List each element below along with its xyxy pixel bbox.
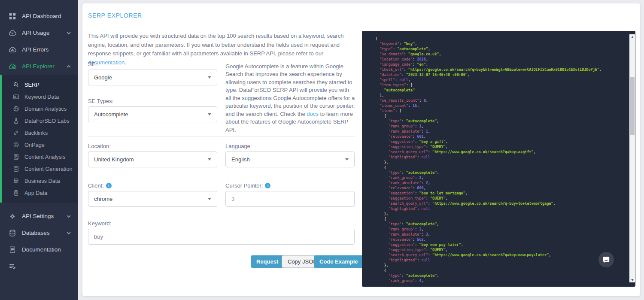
main-card: SERP EXPLORER This API will provide you … [82, 3, 640, 296]
code-line: { [375, 36, 626, 41]
sidebar-subitem-keyword-data[interactable]: Keyword Data [2, 91, 78, 103]
code-line: { [375, 113, 626, 118]
se-label: SE: [88, 61, 97, 67]
se-types-select[interactable]: Autocomplete [88, 106, 217, 122]
sidebar-item-api-errors[interactable]: API Errors [0, 41, 78, 58]
language-label: Language: [225, 143, 252, 149]
page-title: SERP EXPLORER [88, 12, 142, 19]
code-scrollbar-thumb[interactable] [630, 77, 635, 135]
sidebar-item-label: API Dashboard [22, 13, 61, 19]
domain-analytics-icon [13, 106, 19, 112]
language-select[interactable]: English [225, 152, 355, 167]
cloud-error-icon [9, 46, 16, 54]
sidebar-top-nav: API DashboardAPI UsageAPI ErrorsAPI Expl… [0, 0, 78, 75]
code-line: "search_query_url": "https://www.google.… [375, 149, 626, 155]
sidebar-item-documentation[interactable]: Documentation [0, 241, 78, 258]
sidebar-subitem-domain-analytics[interactable]: Domain Analytics [2, 103, 78, 115]
code-line: "relevance": 562, [375, 237, 626, 242]
code-line: "type": "autocomplete", [375, 273, 626, 278]
sidebar-item-label: API Usage [22, 30, 50, 36]
code-line: "highlighted": null [375, 206, 626, 211]
language-select-value: English [231, 156, 250, 163]
code-line: "items_count": 15, [375, 103, 626, 108]
sidebar-item-label: DataForSEO Labs [24, 118, 70, 124]
sidebar-subitem-serp[interactable]: SERP [2, 79, 78, 91]
sidebar-subitem-business-data[interactable]: Business Data [2, 175, 78, 187]
code-line: "type": "autocomplete", [375, 118, 626, 124]
cloud-search-icon [9, 63, 16, 70]
chevron-down-icon [345, 158, 349, 161]
api-description-text: This API will provide you with structure… [88, 33, 343, 57]
code-scrollbar[interactable] [629, 34, 635, 282]
code-line: "rank_group": 2, [375, 175, 626, 180]
sidebar-item-api-settings[interactable]: API Settings [0, 208, 78, 224]
sidebar-collapse-button[interactable] [0, 258, 78, 275]
code-line: "highlighted": null [375, 258, 626, 263]
sidebar-item-databases[interactable]: Databases [0, 224, 78, 241]
docs-link[interactable]: docs [307, 111, 318, 117]
chevron-down-icon [67, 215, 71, 218]
code-line: "rank_absolute": 1, [375, 129, 626, 134]
code-line: { [375, 216, 626, 221]
location-select[interactable]: United Kingdom [88, 152, 217, 167]
sidebar-item-api-dashboard[interactable]: API Dashboard [0, 8, 78, 24]
response-panel: { "keyword": "buy", "type": "autocomplet… [362, 31, 635, 287]
menu-collapse-icon [9, 263, 16, 270]
client-select[interactable]: chrome [88, 191, 217, 207]
settings-icon [9, 212, 16, 220]
keyword-input[interactable] [88, 229, 355, 245]
code-line: { [375, 165, 626, 170]
api-description-tail: . [125, 59, 126, 66]
se-select[interactable]: Google [88, 70, 217, 85]
code-line: "type": "autocomplete", [375, 46, 626, 52]
sidebar-item-api-explorer[interactable]: API Explorer [0, 58, 78, 75]
code-line: { [375, 268, 626, 273]
client-label: Client: [88, 182, 112, 189]
business-data-icon [13, 178, 19, 184]
app-data-icon [13, 190, 19, 196]
sidebar-subitem-onpage[interactable]: OnPage [2, 139, 78, 151]
request-button[interactable]: Request [251, 255, 284, 268]
code-line: "check_url": "https://google.co.uk/searc… [375, 67, 626, 72]
cursor-pointer-input[interactable] [225, 191, 355, 207]
sidebar-bottom-nav: API SettingsDatabasesDocumentation [0, 208, 78, 258]
code-line: "type": "autocomplete", [375, 170, 626, 175]
code-line: "rank_absolute": 2, [375, 180, 626, 185]
code-content: { "keyword": "buy", "type": "autocomplet… [375, 36, 626, 284]
sidebar-item-api-usage[interactable]: API Usage [0, 24, 78, 41]
code-example-button[interactable]: Code Example [314, 255, 364, 268]
form-divider [88, 136, 355, 137]
location-select-value: United Kingdom [94, 156, 134, 163]
info-icon[interactable] [265, 183, 270, 188]
documentation-icon [9, 246, 16, 254]
code-line: "relevance": 601, [375, 134, 626, 139]
code-line: "datetime": "2023-12-07 15:40:48 +00:00"… [375, 72, 626, 77]
chevron-down-icon [208, 198, 211, 200]
code-line: "rank_group": 1, [375, 124, 626, 129]
sidebar-subitem-content-generation[interactable]: Content Generation [2, 163, 78, 175]
autocomplete-info-text: Google Autocomplete is a feature within … [225, 63, 355, 117]
api-description: This API will provide you with structure… [88, 32, 360, 67]
backlinks-icon [13, 130, 19, 136]
scroll-up-arrow[interactable] [629, 34, 635, 39]
chevron-down-icon [208, 76, 211, 79]
code-line: "rank_absolute": 3, [375, 232, 626, 237]
code-line: "suggestion_type": "QUERY", [375, 247, 626, 252]
code-line: ], [375, 93, 626, 98]
scroll-down-arrow[interactable] [629, 277, 635, 282]
app: API DashboardAPI UsageAPI ErrorsAPI Expl… [0, 0, 644, 300]
sidebar-subitem-content-analysis[interactable]: Content Analysis [2, 151, 78, 163]
sidebar-subitem-backlinks[interactable]: Backlinks [2, 127, 78, 139]
sidebar-item-label: SERP [24, 82, 39, 88]
info-icon[interactable] [106, 183, 112, 188]
sidebar-item-label: Backlinks [24, 130, 48, 136]
sidebar-item-label: API Explorer [22, 63, 55, 70]
api-explorer-submenu: SERPKeyword DataDomain AnalyticsDataForS… [0, 75, 78, 203]
sidebar-item-label: Content Generation [24, 166, 73, 172]
chat-button[interactable] [598, 252, 614, 267]
sidebar-subitem-dataforseo-labs[interactable]: DataForSEO Labs [2, 115, 78, 127]
code-line: "language_code": "en", [375, 62, 626, 67]
sidebar-item-label: API Settings [22, 213, 54, 219]
sidebar-subitem-app-data[interactable]: App Data [2, 187, 78, 199]
chevron-up-icon [67, 65, 71, 68]
